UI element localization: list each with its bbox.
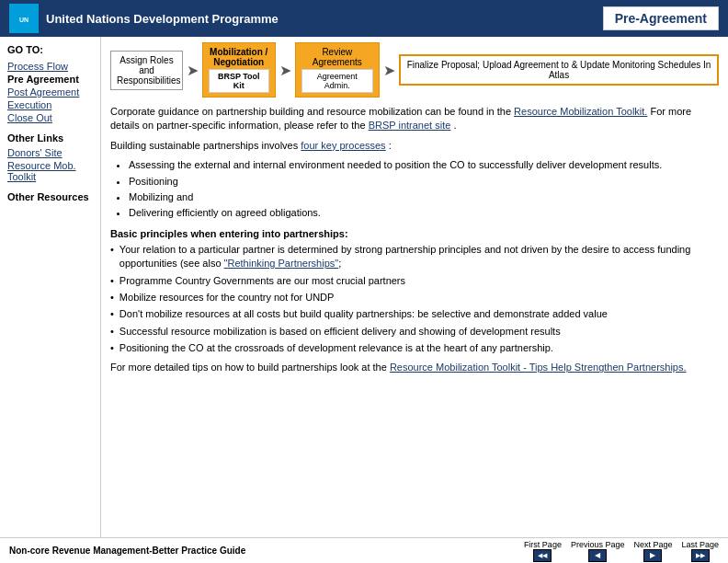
flow-arrow-1: ➤ xyxy=(187,62,199,79)
flow-box-review-label: ReviewAgreements xyxy=(301,47,374,67)
flow-arrow-3: ➤ xyxy=(383,62,395,79)
bullet-dot-4: • xyxy=(110,307,114,321)
basic-principle-5-text: Successful resource mobilization is base… xyxy=(119,325,561,339)
bullet-dot-1: • xyxy=(110,243,114,271)
last-page-label: Last Page xyxy=(681,540,719,549)
sidebar-item-post-agreement[interactable]: Post Agreement xyxy=(7,86,93,98)
first-page-label: First Page xyxy=(524,540,562,549)
process-flow-diagram: Assign RolesandResponsibilities ➤ Mobili… xyxy=(110,42,719,98)
flow-arrow-2: ➤ xyxy=(279,62,291,79)
undp-logo-icon: UN xyxy=(9,4,39,33)
basic-principle-5: • Successful resource mobilization is ba… xyxy=(110,325,719,339)
other-links-label: Other Links xyxy=(7,132,93,144)
header: UN United Nations Development Programme … xyxy=(0,0,728,37)
first-page-button[interactable] xyxy=(533,549,552,562)
sidebar-item-resource-mob-toolkit[interactable]: Resource Mob. Toolkit xyxy=(7,160,93,182)
next-page-btn-group[interactable]: Next Page xyxy=(633,540,672,562)
basic-principle-2-text: Programme Country Governments are our mo… xyxy=(119,274,405,288)
basic-principle-4-text: Don't mobilize resources at all costs bu… xyxy=(119,307,608,321)
flow-box-review-sub: Agreement Admin. xyxy=(301,69,374,93)
last-page-button[interactable] xyxy=(691,549,710,562)
footer-title: Non-core Revenue Management-Better Pract… xyxy=(9,546,245,556)
content-para-3-start: For more detailed tips on how to build p… xyxy=(110,362,390,373)
bullet-dot-6: • xyxy=(110,341,114,355)
basic-principles-list: • Your relation to a particular partner … xyxy=(110,243,719,356)
bullet-dot-2: • xyxy=(110,274,114,288)
basic-principle-6-text: Positioning the CO at the crossroads of … xyxy=(119,341,553,355)
page-title: Pre-Agreement xyxy=(603,6,719,30)
svg-text:UN: UN xyxy=(19,17,28,23)
content-para-1-end: . xyxy=(453,120,456,131)
content-para-1: Corporate guidance on partnership buildi… xyxy=(110,105,719,133)
rethinking-partnerships-link[interactable]: "Rethinking Partnerships" xyxy=(224,258,339,269)
flow-box-finalize: Finalize Proposal; Upload Agreement to &… xyxy=(399,54,719,86)
goto-label: GO TO: xyxy=(7,44,93,55)
header-left: UN United Nations Development Programme xyxy=(9,4,279,33)
last-page-btn-group[interactable]: Last Page xyxy=(681,540,719,562)
flow-box-mobilization: Mobilization /Negotiation BRSP Tool Kit xyxy=(202,42,276,98)
content-para-2-text: Building sustainable partnerships involv… xyxy=(110,140,301,151)
content-para-2-end: : xyxy=(389,140,392,151)
key-process-item-4: Delivering efficiently on agreed obligat… xyxy=(129,206,719,220)
sidebar: GO TO: Process Flow Pre Agreement Post A… xyxy=(0,37,101,537)
content-para-3: For more detailed tips on how to build p… xyxy=(110,361,719,374)
flow-box-mobilization-label: Mobilization /Negotiation xyxy=(209,47,269,67)
next-page-label: Next Page xyxy=(633,540,672,549)
nav-buttons: First Page Previous Page Next Page Last … xyxy=(524,540,719,562)
basic-principle-1: • Your relation to a particular partner … xyxy=(110,243,719,271)
basic-principle-3: • Mobilize resources for the country not… xyxy=(110,291,719,304)
bullet-dot-5: • xyxy=(110,325,114,339)
key-process-item-3: Mobilizing and xyxy=(129,190,719,204)
next-page-button[interactable] xyxy=(643,549,662,562)
sidebar-item-close-out[interactable]: Close Out xyxy=(7,112,93,123)
flow-box-finalize-label: Finalize Proposal; Upload Agreement to &… xyxy=(406,60,711,80)
sidebar-item-execution[interactable]: Execution xyxy=(7,99,93,110)
basic-principle-6: • Positioning the CO at the crossroads o… xyxy=(110,341,719,355)
brsp-intranet-link[interactable]: BRSP intranet site xyxy=(369,120,451,131)
footer: Non-core Revenue Management-Better Pract… xyxy=(0,537,728,563)
main-layout: GO TO: Process Flow Pre Agreement Post A… xyxy=(0,37,728,537)
basic-principle-4: • Don't mobilize resources at all costs … xyxy=(110,307,719,321)
basic-principle-2: • Programme Country Governments are our … xyxy=(110,274,719,288)
flow-box-review: ReviewAgreements Agreement Admin. xyxy=(295,42,381,98)
content-area: Assign RolesandResponsibilities ➤ Mobili… xyxy=(101,37,728,537)
key-processes-list: Assessing the external and internal envi… xyxy=(129,158,719,221)
flow-box-assign-roles: Assign RolesandResponsibilities xyxy=(110,51,183,90)
basic-principle-1-text: Your relation to a particular partner is… xyxy=(119,243,719,271)
flow-box-mobilization-sub: BRSP Tool Kit xyxy=(209,69,269,93)
content-para-1-text: Corporate guidance on partnership buildi… xyxy=(110,106,514,117)
flow-box-assign-roles-label: Assign RolesandResponsibilities xyxy=(117,55,176,86)
content-para-2: Building sustainable partnerships involv… xyxy=(110,139,719,153)
resource-mob-toolkit-link[interactable]: Resource Mobilization Toolkit. xyxy=(514,106,647,117)
basic-principles-heading: Basic principles when entering into part… xyxy=(110,228,719,239)
four-key-processes-link[interactable]: four key processes xyxy=(301,140,385,151)
sidebar-item-process-flow[interactable]: Process Flow xyxy=(7,61,93,72)
sidebar-item-pre-agreement[interactable]: Pre Agreement xyxy=(7,74,93,85)
key-process-item-1: Assessing the external and internal envi… xyxy=(129,158,719,172)
prev-page-btn-group[interactable]: Previous Page xyxy=(571,540,625,562)
header-org-name: United Nations Development Programme xyxy=(46,12,279,26)
sidebar-item-donors-site[interactable]: Donors' Site xyxy=(7,147,93,158)
key-process-item-2: Positioning xyxy=(129,175,719,189)
bullet-dot-3: • xyxy=(110,291,114,304)
resource-mob-toolkit-tips-link[interactable]: Resource Mobilization Toolkit - Tips Hel… xyxy=(390,362,687,373)
other-resources-label: Other Resources xyxy=(7,191,93,202)
prev-page-button[interactable] xyxy=(588,549,607,562)
first-page-btn-group[interactable]: First Page xyxy=(524,540,562,562)
prev-page-label: Previous Page xyxy=(571,540,625,549)
basic-principle-3-text: Mobilize resources for the country not f… xyxy=(119,291,335,304)
